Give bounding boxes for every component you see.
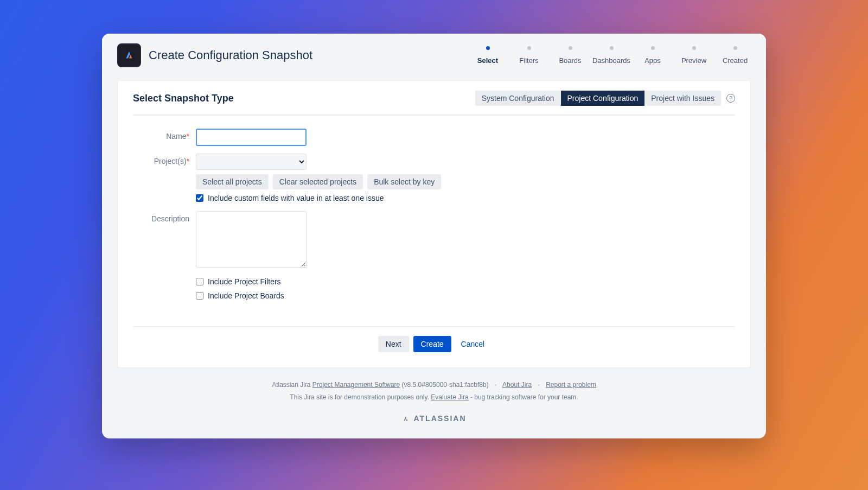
include-project-boards-checkbox[interactable] <box>196 292 203 300</box>
step-dot <box>651 46 655 50</box>
action-bar: Next Create Cancel <box>133 326 735 352</box>
step-dot <box>733 46 737 50</box>
description-label: Description <box>133 211 196 223</box>
include-custom-fields-label: Include custom fields with value in at l… <box>208 194 384 202</box>
stepper: Select Filters Boards Dashboards Apps Pr… <box>472 46 751 65</box>
name-row: Name* <box>133 129 735 146</box>
step-dot <box>692 46 696 50</box>
description-row: Description <box>133 211 735 270</box>
step-apps[interactable]: Apps <box>637 46 668 65</box>
header: Create Configuration Snapshot Select Fil… <box>102 34 766 67</box>
include-project-filters-label: Include Project Filters <box>208 277 281 286</box>
projects-row: Project(s)* Select all projects Clear se… <box>133 154 735 202</box>
report-problem-link[interactable]: Report a problem <box>546 381 596 389</box>
snapshot-type-tabs: System Configuration Project Configurati… <box>475 91 735 106</box>
step-select[interactable]: Select <box>472 46 503 65</box>
extra-include-options: Include Project Filters Include Project … <box>196 277 735 300</box>
footer-line-1: Atlassian Jira Project Management Softwa… <box>102 379 766 391</box>
panel-header: Select Snapshot Type System Configuratio… <box>133 91 735 116</box>
select-all-projects-button[interactable]: Select all projects <box>196 174 269 189</box>
tab-project-with-issues[interactable]: Project with Issues <box>644 91 721 106</box>
atlassian-icon <box>401 414 410 423</box>
name-input[interactable] <box>196 129 307 146</box>
footer: Atlassian Jira Project Management Softwa… <box>102 368 766 438</box>
next-button[interactable]: Next <box>378 336 409 352</box>
cancel-button[interactable]: Cancel <box>456 336 490 352</box>
include-project-filters-checkbox[interactable] <box>196 278 203 285</box>
form: Name* Project(s)* Select all projects Cl <box>133 129 735 300</box>
step-preview[interactable]: Preview <box>678 46 710 65</box>
bulk-select-by-key-button[interactable]: Bulk select by key <box>367 174 441 189</box>
clear-selected-projects-button[interactable]: Clear selected projects <box>273 174 363 189</box>
projects-select[interactable] <box>196 154 307 170</box>
include-project-boards-label: Include Project Boards <box>208 291 284 300</box>
include-project-filters-row[interactable]: Include Project Filters <box>196 277 735 286</box>
projects-label: Project(s)* <box>133 154 196 166</box>
help-icon[interactable]: ? <box>726 94 735 103</box>
step-dot <box>569 46 572 50</box>
tab-project-configuration[interactable]: Project Configuration <box>561 91 645 106</box>
step-dot <box>486 46 490 50</box>
include-custom-fields-checkbox[interactable] <box>196 194 203 202</box>
evaluate-jira-link[interactable]: Evaluate Jira <box>431 393 468 401</box>
atlassian-logo: ATLASSIAN <box>102 411 766 426</box>
app-icon <box>117 43 141 67</box>
panel: Select Snapshot Type System Configuratio… <box>117 80 751 368</box>
step-created[interactable]: Created <box>719 46 751 65</box>
include-project-boards-row[interactable]: Include Project Boards <box>196 291 735 300</box>
app-window: Create Configuration Snapshot Select Fil… <box>102 34 766 438</box>
create-button[interactable]: Create <box>413 336 451 352</box>
step-dashboards[interactable]: Dashboards <box>596 46 627 65</box>
step-dot <box>527 46 531 50</box>
tab-system-configuration[interactable]: System Configuration <box>475 91 561 106</box>
projects-button-row: Select all projects Clear selected proje… <box>196 174 441 189</box>
step-filters[interactable]: Filters <box>513 46 545 65</box>
project-management-software-link[interactable]: Project Management Software <box>312 381 400 389</box>
include-custom-fields-row[interactable]: Include custom fields with value in at l… <box>196 194 441 202</box>
step-boards[interactable]: Boards <box>554 46 586 65</box>
description-textarea[interactable] <box>196 211 307 268</box>
step-dot <box>610 46 614 50</box>
atlassian-brand-text: ATLASSIAN <box>413 411 466 426</box>
name-label: Name* <box>133 129 196 141</box>
page-title: Create Configuration Snapshot <box>149 48 312 62</box>
panel-title: Select Snapshot Type <box>133 93 234 104</box>
footer-line-2: This Jira site is for demonstration purp… <box>102 391 766 404</box>
about-jira-link[interactable]: About Jira <box>502 381 532 389</box>
